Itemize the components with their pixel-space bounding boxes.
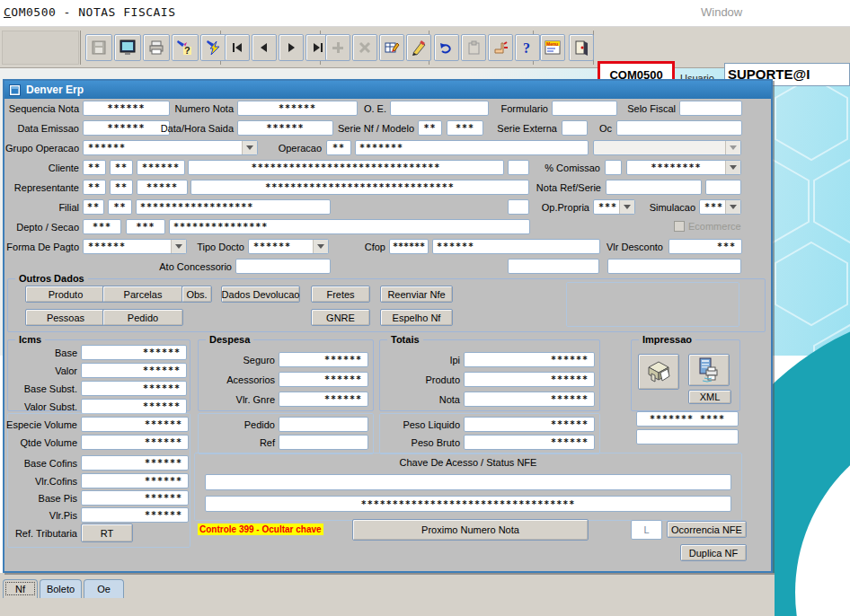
espelho-nf-button[interactable]: Espelho Nf [380, 309, 453, 326]
representante-name-field[interactable]: ****************************** [190, 180, 529, 195]
op-propria-dropdown[interactable]: *** [593, 199, 635, 215]
selo-fiscal-field[interactable] [679, 101, 742, 116]
especie-volume-field[interactable]: ****** [81, 417, 189, 432]
fretes-button[interactable]: Fretes [311, 286, 370, 303]
numero-nota-field[interactable]: ****** [237, 101, 358, 116]
ecommerce-checkbox[interactable] [674, 221, 685, 232]
base-cofins-field[interactable]: ****** [81, 455, 189, 471]
icms-base-field[interactable]: ****** [81, 345, 187, 360]
operacao-extra-dropdown[interactable] [593, 140, 741, 155]
base-pis-field[interactable]: ****** [81, 490, 189, 506]
tab-oe[interactable]: Oe [84, 579, 124, 598]
enter-query-button[interactable] [200, 34, 227, 61]
first-record-button[interactable] [225, 34, 250, 61]
cliente-code3-field[interactable]: ****** [137, 160, 185, 175]
delete-record-button[interactable] [352, 34, 377, 61]
reenviar-nfe-button[interactable]: Reenviar Nfe [380, 286, 453, 303]
next-record-button[interactable] [279, 34, 304, 61]
previous-record-button[interactable] [252, 34, 277, 61]
depto-name-field[interactable]: *************** [169, 219, 530, 234]
menu-item-window[interactable]: Window [701, 5, 742, 19]
print-xml-button[interactable] [688, 354, 730, 386]
operacao-desc-field[interactable]: ******* [355, 140, 589, 155]
tab-nf[interactable]: Nf [3, 579, 38, 598]
serie-externa-field[interactable] [562, 120, 588, 136]
pessoas-button[interactable]: Pessoas [25, 309, 106, 326]
clipboard-button[interactable] [461, 34, 486, 61]
nota-ref-field[interactable] [606, 180, 702, 195]
tipo-docto-dropdown[interactable]: ****** [248, 239, 329, 254]
menu-button[interactable]: Menu [540, 34, 565, 61]
totais-nota-field[interactable]: ****** [464, 392, 595, 407]
vlr-gnre-field[interactable]: ****** [279, 392, 368, 407]
exit-button[interactable] [569, 34, 594, 61]
impressao-extra-field[interactable] [636, 429, 739, 444]
print-button[interactable] [143, 34, 170, 61]
seguro-field[interactable]: ****** [279, 352, 368, 367]
window-titlebar[interactable]: Denver Erp [4, 81, 771, 99]
despesa-ref-field[interactable] [279, 435, 368, 450]
query-edit-button[interactable] [406, 34, 431, 61]
vlr-cofins-field[interactable]: ****** [81, 473, 189, 488]
comissao-code-field[interactable] [605, 160, 622, 175]
help-button[interactable]: ? [515, 34, 540, 61]
chave-acesso-field[interactable] [205, 474, 731, 490]
representante-code3-field[interactable]: ***** [137, 180, 188, 195]
unlabeled-field-1[interactable] [508, 259, 599, 274]
cfop-desc-field[interactable]: ****** [432, 239, 600, 254]
print-danfe-button[interactable] [638, 354, 679, 390]
save-button[interactable] [85, 34, 112, 61]
dados-devolucao-button[interactable]: Dados Devolucao [221, 286, 300, 303]
icms-base-subst-field[interactable]: ****** [81, 381, 187, 396]
tab-boleto[interactable]: Boleto [40, 579, 82, 598]
filial-code1-field[interactable]: ** [83, 199, 104, 215]
cliente-extra-field[interactable] [508, 160, 529, 175]
icms-valor-subst-field[interactable]: ****** [81, 399, 187, 414]
nota-ref-serie-field[interactable] [705, 180, 741, 195]
impressao-status-field[interactable]: ******* **** [636, 411, 739, 427]
gnre-button[interactable]: GNRE [311, 309, 370, 326]
ocorrencia-nfe-button[interactable]: Ocorrencia NFE [667, 521, 747, 538]
filial-name-field[interactable]: ****************** [136, 199, 331, 215]
cliente-code2-field[interactable]: ** [110, 160, 133, 175]
serie-nf-field[interactable]: ** [418, 120, 442, 136]
obs-button[interactable]: Obs. [182, 286, 212, 303]
cliente-name-field[interactable]: ****************************** [188, 160, 504, 175]
unlabeled-field-2[interactable] [607, 259, 741, 274]
commit-screen-button[interactable] [114, 34, 141, 61]
proximo-numero-nota-button[interactable]: Proximo Numero Nota [352, 519, 589, 541]
pedido-button[interactable]: Pedido [102, 309, 183, 326]
oc-field[interactable] [616, 120, 742, 136]
xml-button[interactable]: XML [688, 390, 731, 404]
cfop-code-field[interactable]: ****** [389, 239, 429, 254]
sequencia-nota-field[interactable]: ****** [83, 101, 170, 116]
grupo-operacao-dropdown[interactable]: ****** [83, 140, 258, 155]
ipi-field[interactable]: ****** [464, 352, 595, 367]
representante-code2-field[interactable]: ** [110, 180, 133, 195]
despesa-pedido-field[interactable] [279, 417, 368, 432]
filial-code2-field[interactable]: ** [108, 199, 132, 215]
depto-code2-field[interactable]: *** [126, 219, 165, 234]
totais-produto-field[interactable]: ****** [464, 372, 595, 387]
vlr-desconto-field[interactable]: *** [668, 239, 742, 254]
qtde-volume-field[interactable]: ****** [81, 435, 189, 450]
duplica-nf-button[interactable]: Duplica NF [680, 544, 747, 561]
undo-button[interactable] [434, 34, 459, 61]
produto-button[interactable]: Produto [25, 286, 106, 303]
execute-query-button[interactable]: ? [172, 34, 199, 61]
forma-pagto-dropdown[interactable]: ****** [83, 239, 187, 254]
status-nfe-field[interactable]: ********************************** [205, 496, 731, 512]
update-record-button[interactable] [488, 34, 513, 61]
insert-record-button[interactable] [325, 34, 350, 61]
depto-code1-field[interactable]: *** [83, 219, 121, 234]
acessorios-field[interactable]: ****** [279, 372, 368, 387]
l-field[interactable]: L [631, 520, 662, 540]
simulacao-dropdown[interactable]: *** [699, 199, 741, 215]
operacao-code-field[interactable]: ** [326, 140, 351, 155]
comissao-dropdown[interactable]: ******** [626, 160, 741, 175]
oe-field[interactable] [390, 101, 489, 116]
formulario-field[interactable] [552, 101, 617, 116]
edit-record-button[interactable] [379, 34, 404, 61]
icms-valor-field[interactable]: ****** [81, 363, 187, 378]
representante-code1-field[interactable]: ** [83, 180, 106, 195]
